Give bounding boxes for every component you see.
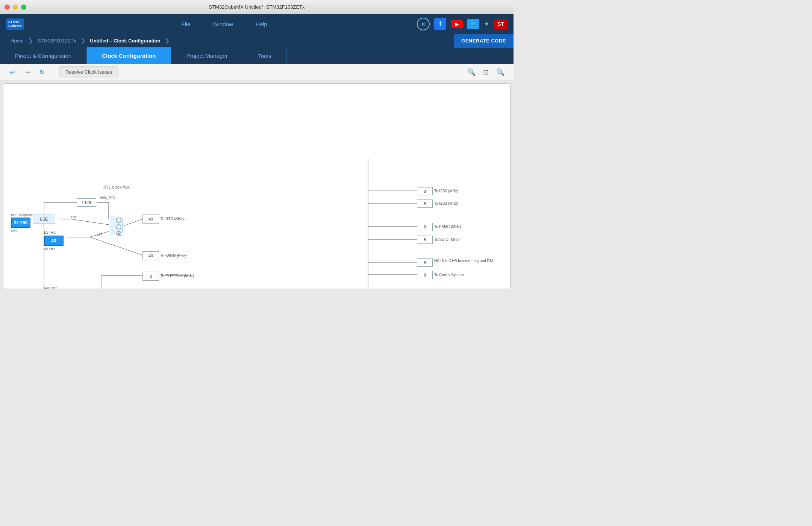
nav-icons: 10 f ▶ 🐦 ✦ ST [417,18,508,30]
nav-links: File Window Help [32,21,417,27]
to-flit-val[interactable]: 8 [142,272,159,281]
to-i2s2-val[interactable]: 8 [417,187,433,195]
to-i2s3-val[interactable]: 8 [417,200,433,208]
to-i2s2-label: To I2S2 (MHz) [434,189,458,193]
svg-line-5 [71,219,109,225]
nav-window[interactable]: Window [213,21,233,27]
to-sdio-label: To SDIO (MHz) [434,237,460,242]
twitter-icon[interactable]: 🐦 [467,19,479,29]
network-icon[interactable]: ✦ [484,20,489,28]
logo: STM32CubeMX [6,18,24,30]
breadcrumb-bar: Home ❯ STM32F103ZETx ❯ Untitled – Clock … [0,34,514,47]
rtc-lse-radio[interactable] [116,224,121,230]
to-flit-label: To FLITFCLK (MHz) [161,274,194,278]
window-title: STM32CubeMX Untitled*: STM32F103ZETx [209,4,304,10]
youtube-icon[interactable]: ▶ [451,20,463,28]
bc-device[interactable]: STM32F103ZETx [33,38,81,44]
rtc-lsi-radio[interactable] [116,231,121,236]
hclk-ahb-val[interactable]: 8 [417,258,433,267]
st-logo: ST [494,19,508,29]
lse-mux-line: LSE [71,215,77,219]
hclk-ahb-label: HCLK to AHB bus memory and DM [434,259,493,263]
zoom-out-button[interactable]: 🔍 [495,67,506,78]
lse-freq-label: Input frequency [11,213,34,217]
svg-line-8 [123,219,142,226]
nav-help[interactable]: Help [256,21,267,27]
tab-pinout[interactable]: Pinout & Configuration [0,47,87,64]
diagram-svg [3,84,510,289]
toolbar: ↩ ↪ ↻ Resolve Clock Issues 🔍 ⊡ 🔍 [0,64,514,80]
to-sdio-val[interactable]: 8 [417,236,433,244]
lsi-rc-label: LSI RC [44,230,56,234]
minimize-button[interactable] [13,5,18,10]
to-fsmc-label: To FSMC (MHz) [434,225,461,229]
undo-button[interactable]: ↩ [8,66,18,79]
zoom-in-button[interactable]: 🔍 [466,67,477,78]
lsi-unit: 40 KHz [44,247,55,251]
resolve-clock-button[interactable]: Resolve Clock Issues [59,67,118,77]
tab-bar: Pinout & Configuration Clock Configurati… [0,47,514,64]
rtc-mux-label: RTC Clock Mux [103,185,130,189]
to-cortex-label: To Cortex System [434,273,464,277]
to-fsmc-val[interactable]: 8 [417,223,433,231]
tab-project[interactable]: Project Manager [171,47,243,64]
nav-bar: STM32CubeMX File Window Help 10 f ▶ 🐦 ✦ … [0,14,514,34]
tab-clock[interactable]: Clock Configuration [87,47,171,64]
lse-block: LSE [33,215,55,224]
to-iwdg-label: To IWDG (KHz) [161,254,186,258]
fit-button[interactable]: ⊡ [482,67,490,78]
rtc-hse-radio[interactable] [116,218,121,223]
bc-home[interactable]: Home [6,38,28,44]
refresh-button[interactable]: ↻ [37,66,47,79]
lsi-val: 40 [44,236,64,246]
title-bar: STM32CubeMX Untitled*: STM32F103ZETx [0,0,514,14]
hsi-rc-label: HSI RC [44,287,57,289]
svg-line-10 [90,237,142,255]
lse-unit: KHz [11,229,17,233]
to-iwdg-val[interactable]: 40 [142,251,159,260]
lsi-mux-line: LSI [97,233,102,236]
redo-button[interactable]: ↪ [22,66,32,79]
bc-current: Untitled – Clock Configuration [85,38,165,44]
anniversary-icon: 10 [417,18,430,30]
facebook-icon[interactable]: f [434,18,446,30]
hse-rtc-label: HSE_RTC [100,196,115,200]
to-rtc-val[interactable]: 40 [142,215,159,224]
maximize-button[interactable] [21,5,26,10]
to-i2s3-label: To I2S3 (MHz) [434,201,458,206]
lse-freq-value[interactable]: 32.768 [11,218,30,228]
close-button[interactable] [5,5,10,10]
to-cortex-val[interactable]: 8 [417,271,433,279]
hse-div128: / 128 [77,198,96,207]
to-rtc-label: To RTC (KHz) [161,217,184,221]
diagram-area: Input frequency 32.768 KHz LSE LSI RC 40… [3,83,511,289]
window-controls [5,5,26,10]
generate-code-button[interactable]: GENERATE CODE [454,34,514,48]
nav-file[interactable]: File [181,21,190,27]
tab-tools[interactable]: Tools [243,47,287,64]
